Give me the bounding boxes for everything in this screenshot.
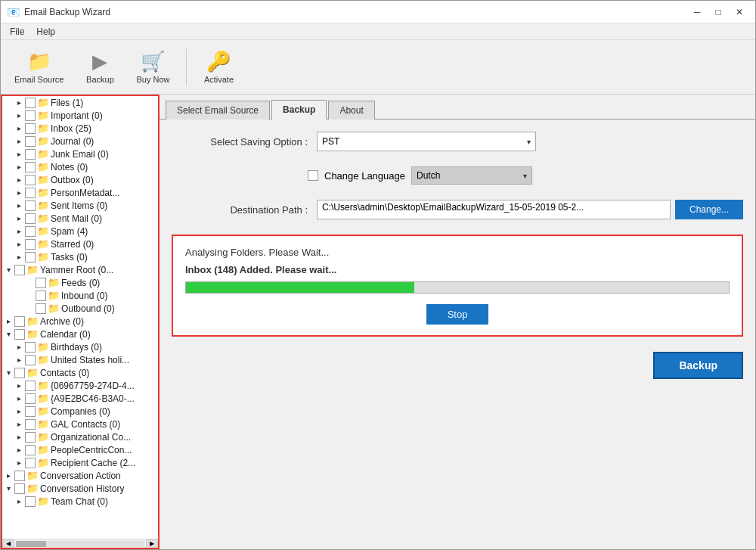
tree-item[interactable]: ▸📁PeopleCentricCon... [2,443,158,456]
expand-icon[interactable]: ▸ [14,163,23,171]
tree-item[interactable]: 📁Outbound (0) [2,302,158,315]
tree-item[interactable]: 📁Feeds (0) [2,276,158,289]
expand-icon[interactable]: ▸ [14,458,23,467]
tree-item[interactable]: ▸📁{A9E2BC46-B3A0-... [2,392,158,405]
change-button[interactable]: Change... [675,200,743,219]
tree-checkbox[interactable] [14,368,25,378]
tree-item[interactable]: ▸📁GAL Contacts (0) [2,418,158,430]
tree-checkbox[interactable] [25,445,36,455]
maximize-button[interactable]: □ [708,5,728,20]
tree-checkbox[interactable] [25,149,36,160]
scroll-right-arrow[interactable]: ▶ [146,539,158,548]
tree-item[interactable]: ▸📁PersonMetadat... [2,186,158,199]
tree-item[interactable]: ▸📁Journal (0) [2,135,158,148]
tree-item[interactable]: ▸📁Tasks (0) [2,250,158,263]
expand-icon[interactable]: ▾ [4,368,13,377]
expand-icon[interactable]: ▾ [4,330,13,338]
tab-backup[interactable]: Backup [271,100,327,120]
scroll-track[interactable] [16,541,144,547]
tree-checkbox[interactable] [14,329,25,340]
tree-checkbox[interactable] [25,226,36,237]
backup-main-button[interactable]: Backup [653,352,743,379]
expand-icon[interactable]: ▸ [14,150,23,158]
tree-checkbox[interactable] [14,316,25,327]
tree-item[interactable]: ▸📁Sent Mail (0) [2,212,158,225]
menu-help[interactable]: Help [30,25,61,39]
tree-checkbox[interactable] [25,252,36,263]
tree-checkbox[interactable] [25,136,36,147]
expand-icon[interactable]: ▸ [14,343,23,351]
tree-item[interactable]: ▸📁Companies (0) [2,405,158,418]
tree-item[interactable]: ▸📁Spam (4) [2,225,158,238]
tree-checkbox[interactable] [36,291,46,301]
expand-icon[interactable]: ▾ [4,266,13,274]
tree-checkbox[interactable] [25,419,36,430]
tree-checkbox[interactable] [14,483,25,494]
tree-checkbox[interactable] [25,98,36,108]
tree-item[interactable]: ▸📁Sent Items (0) [2,199,158,212]
tree-item[interactable]: ▸📁Recipient Cache (2... [2,456,158,469]
buynow-button[interactable]: 🛒 Buy Now [129,47,177,87]
expand-icon[interactable]: ▸ [14,253,23,261]
backup-button-toolbar[interactable]: ▶ Backup [77,47,122,87]
expand-icon[interactable]: ▸ [14,497,23,505]
tree-item[interactable]: ▸📁Important (0) [2,109,158,122]
tree-checkbox[interactable] [25,188,36,198]
tree-item[interactable]: ▸📁Team Chat (0) [2,495,158,508]
tree-item[interactable]: ▸📁Inbox (25) [2,122,158,135]
email-source-button[interactable]: 📁 Email Source [7,47,71,87]
tree-checkbox[interactable] [36,278,46,288]
stop-button[interactable]: Stop [426,304,489,325]
expand-icon[interactable]: ▸ [14,446,23,454]
expand-icon[interactable]: ▸ [14,201,23,210]
tree-item[interactable]: ▾📁Contacts (0) [2,366,158,379]
tree-checkbox[interactable] [25,458,36,468]
tree-checkbox[interactable] [25,123,36,134]
tree-checkbox[interactable] [25,239,36,250]
tree-item[interactable]: ▾📁Conversation History [2,482,158,495]
expand-icon[interactable]: ▸ [14,188,23,197]
minimize-button[interactable]: ─ [687,5,707,20]
expand-icon[interactable]: ▸ [14,176,23,184]
change-language-checkbox[interactable] [308,170,318,181]
tree-checkbox[interactable] [25,342,36,353]
expand-icon[interactable]: ▸ [4,317,13,325]
tree-item[interactable]: ▸📁Archive (0) [2,315,158,328]
tree-item[interactable]: ▸📁{06967759-274D-4... [2,379,158,392]
tab-select-email-source[interactable]: Select Email Source [166,101,270,120]
tree-checkbox[interactable] [25,496,36,507]
tree-checkbox[interactable] [25,381,36,391]
expand-icon[interactable]: ▸ [14,98,23,107]
expand-icon[interactable]: ▸ [14,420,23,428]
expand-icon[interactable]: ▾ [4,484,13,493]
tree-item[interactable]: ▸📁Conversation Action [2,469,158,482]
expand-icon[interactable]: ▸ [14,381,23,390]
close-button[interactable]: ✕ [730,5,749,20]
expand-icon[interactable]: ▸ [14,111,23,120]
tree-checkbox[interactable] [14,265,25,275]
tree-checkbox[interactable] [36,303,46,314]
tree-item[interactable]: ▾📁Calendar (0) [2,328,158,340]
tree-item[interactable]: ▸📁Junk Email (0) [2,148,158,160]
expand-icon[interactable]: ▸ [14,394,23,402]
expand-icon[interactable]: ▸ [14,356,23,364]
tree-item[interactable]: ▸📁Notes (0) [2,160,158,173]
expand-icon[interactable]: ▸ [14,227,23,235]
tree-checkbox[interactable] [25,175,36,185]
expand-icon[interactable]: ▸ [14,407,23,415]
language-select[interactable]: Dutch ▾ [411,166,532,185]
tree-item[interactable]: ▸📁United States holi... [2,353,158,366]
tree-checkbox[interactable] [25,213,36,224]
tree-checkbox[interactable] [25,355,36,365]
tree-item[interactable]: ▾📁Yammer Root (0... [2,263,158,276]
destination-path-input[interactable]: C:\Users\admin\Desktop\EmailBackupWizard… [317,200,671,219]
expand-icon[interactable]: ▸ [14,137,23,145]
tree-checkbox[interactable] [25,406,36,417]
tree-checkbox[interactable] [25,393,36,404]
tree-checkbox[interactable] [25,432,36,443]
tree-item[interactable]: ▸📁Starred (0) [2,238,158,250]
tree-item[interactable]: ▸📁Outbox (0) [2,173,158,186]
tree-item[interactable]: ▸📁Organizational Co... [2,430,158,443]
menu-file[interactable]: File [4,25,30,39]
scroll-left-arrow[interactable]: ◀ [2,539,14,548]
